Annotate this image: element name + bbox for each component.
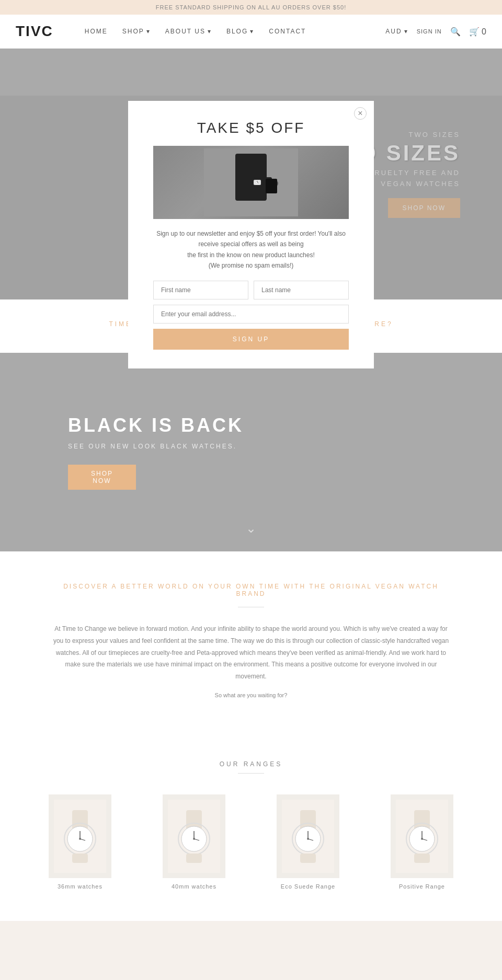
- range-image: [49, 794, 111, 878]
- range-label: 40mm watches: [142, 883, 246, 890]
- black-back-title: BLACK IS BACK: [68, 414, 502, 436]
- header: TIVC HOME SHOP ▾ ABOUT US ▾ BLOG ▾ CONTA…: [0, 15, 502, 49]
- range-image: [277, 794, 339, 878]
- nav-blog[interactable]: BLOG ▾: [226, 28, 254, 35]
- range-watch-svg: [168, 800, 220, 873]
- modal-hero-image: [204, 148, 298, 216]
- discover-title: DISCOVER A BETTER WORLD ON YOUR OWN TIME…: [52, 583, 450, 597]
- svg-rect-4: [266, 179, 277, 193]
- range-image: [163, 794, 225, 878]
- range-image: [391, 794, 453, 878]
- signup-button[interactable]: SIGN UP: [153, 329, 349, 350]
- range-label: Positive Range: [370, 883, 474, 890]
- modal-body: Sign up to our newsletter and enjoy $5 o…: [153, 228, 349, 271]
- nav-contact[interactable]: CONTACT: [269, 28, 306, 35]
- black-back-section: BLACK IS BACK SEE OUR NEW LOOK BLACK WAT…: [0, 353, 502, 551]
- range-watch-svg: [396, 800, 448, 873]
- modal-image-inner: [153, 146, 349, 219]
- nav-about[interactable]: ABOUT US ▾: [165, 28, 212, 35]
- sign-in-link[interactable]: SIGN IN: [417, 28, 442, 34]
- modal-close-button[interactable]: ×: [354, 107, 367, 120]
- range-watch-svg: [282, 800, 334, 873]
- range-label: 36mm watches: [28, 883, 132, 890]
- ranges-section: OUR RANGES 36mm watches 40mm watches: [0, 740, 502, 921]
- discover-section: DISCOVER A BETTER WORLD ON YOUR OWN TIME…: [0, 551, 502, 740]
- range-item[interactable]: Eco Suede Range: [256, 794, 360, 890]
- about-chevron-icon: ▾: [208, 28, 212, 35]
- svg-rect-33: [300, 854, 316, 863]
- modal-image: [153, 146, 349, 219]
- range-item[interactable]: 36mm watches: [28, 794, 132, 890]
- black-back-subtitle: SEE OUR NEW LOOK BLACK WATCHES.: [68, 443, 502, 450]
- range-item[interactable]: Positive Range: [370, 794, 474, 890]
- last-name-input[interactable]: [254, 281, 349, 299]
- ranges-title: OUR RANGES: [10, 760, 492, 768]
- announcement-bar: FREE STANDARD SHIPPING ON ALL AU ORDERS …: [0, 0, 502, 15]
- announcement-text: FREE STANDARD SHIPPING ON ALL AU ORDERS …: [156, 4, 346, 10]
- cart-icon[interactable]: 🛒 0: [469, 27, 486, 37]
- currency-chevron-icon: ▾: [404, 28, 408, 35]
- newsletter-modal: × TAKE $5 OFF: [128, 101, 374, 368]
- logo[interactable]: TIVC: [16, 23, 53, 40]
- svg-rect-41: [414, 854, 430, 863]
- blog-chevron-icon: ▾: [250, 28, 254, 35]
- currency-selector[interactable]: AUD ▾: [385, 28, 408, 35]
- discover-body: At Time to Change we believe in forward …: [52, 623, 450, 683]
- nav-home[interactable]: HOME: [85, 28, 108, 35]
- range-label: Eco Suede Range: [256, 883, 360, 890]
- header-right: AUD ▾ SIGN IN 🔍 🛒 0: [385, 27, 486, 37]
- ranges-divider: [238, 773, 264, 774]
- search-icon[interactable]: 🔍: [450, 27, 461, 37]
- range-watch-svg: [54, 800, 106, 873]
- svg-rect-25: [186, 854, 202, 863]
- range-item[interactable]: 40mm watches: [142, 794, 246, 890]
- svg-rect-17: [72, 854, 88, 863]
- shop-chevron-icon: ▾: [146, 28, 151, 35]
- hero-wrapper: TWO SIZES TWO SIZES CRUELTY FREE AND VEG…: [0, 49, 502, 299]
- email-input[interactable]: [153, 305, 349, 324]
- modal-title: TAKE $5 OFF: [153, 120, 349, 136]
- black-back-button[interactable]: SHOP NOW: [68, 465, 136, 490]
- modal-overlay: × TAKE $5 OFF: [0, 96, 502, 299]
- nav-shop[interactable]: SHOP ▾: [122, 28, 151, 35]
- discover-divider: [238, 607, 264, 607]
- name-form-row: [153, 281, 349, 299]
- ranges-grid: 36mm watches 40mm watches Eco Suede Rang…: [10, 794, 492, 890]
- first-name-input[interactable]: [153, 281, 248, 299]
- main-nav: HOME SHOP ▾ ABOUT US ▾ BLOG ▾ CONTACT: [85, 28, 386, 35]
- discover-cta: So what are you waiting for?: [52, 690, 450, 701]
- scroll-down-icon[interactable]: ⌄: [246, 521, 256, 536]
